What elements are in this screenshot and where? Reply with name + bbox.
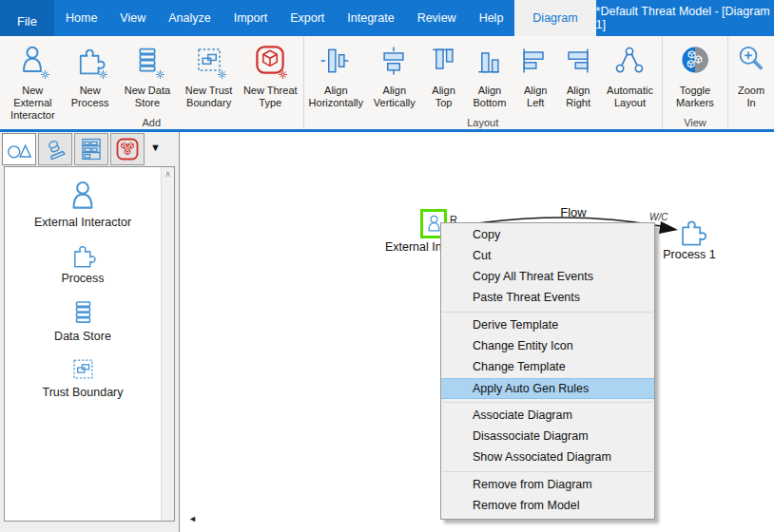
menu-bar: File Home View Analyze Import Export Int… <box>0 0 774 36</box>
trust-boundary-new-icon <box>191 44 227 84</box>
context-menu: Copy Cut Copy All Threat Events Paste Th… <box>440 222 655 520</box>
stencil-scrollbar[interactable]: ∧ <box>161 167 174 521</box>
menu-item-remove-from-model[interactable]: Remove from Model <box>441 496 654 517</box>
menu-item-associate-diagram[interactable]: Associate Diagram <box>441 406 654 427</box>
menu-item-analyze[interactable]: Analyze <box>157 0 222 36</box>
puzzle-icon <box>676 216 708 247</box>
data-store-icon <box>68 297 98 327</box>
align-top-icon <box>426 44 462 84</box>
align-left-icon <box>517 44 553 84</box>
menu-separator <box>442 471 653 472</box>
threat-type-new-icon <box>252 44 288 84</box>
chevron-down-icon[interactable]: ▼ <box>150 142 161 153</box>
menu-item-change-entity-icon[interactable]: Change Entity Icon <box>441 336 654 357</box>
sidebar-item-data-store[interactable]: Data Store <box>5 297 161 343</box>
align-left-button[interactable]: Align Left <box>514 42 556 111</box>
menu-item-integrate[interactable]: Integrate <box>336 0 405 36</box>
align-vertically-button[interactable]: Align Vertically <box>366 42 423 111</box>
puzzle-icon <box>69 241 97 269</box>
menu-item-disassociate-diagram[interactable]: Disassociate Diagram <box>441 427 654 447</box>
menu-item-copy[interactable]: Copy <box>441 225 654 246</box>
window-title: *Default Threat Model - [Diagram 1] <box>596 0 774 36</box>
tab-shapes[interactable] <box>2 133 36 165</box>
tab-stencil-library[interactable] <box>74 133 108 165</box>
new-process-button[interactable]: New Process <box>64 42 117 111</box>
zoom-in-icon <box>733 44 769 84</box>
new-external-interactor-button[interactable]: New External Interactor <box>2 42 64 124</box>
menu-item-diagram-active[interactable]: Diagram <box>514 0 595 36</box>
menu-separator <box>442 312 653 313</box>
stencil-sidebar: ▼ External Interactor Process Data Store <box>0 132 180 532</box>
stencil-panel: External Interactor Process Data Store T… <box>4 166 175 522</box>
ribbon-group-label-view: View <box>663 117 727 128</box>
align-bottom-icon <box>472 44 508 84</box>
align-horizontally-icon <box>318 44 354 84</box>
new-trust-boundary-button[interactable]: New Trust Boundary <box>178 42 240 111</box>
menu-item-home[interactable]: Home <box>54 0 108 36</box>
align-top-button[interactable]: Align Top <box>423 42 465 111</box>
flow-target-marker: W/C <box>649 212 668 222</box>
sidebar-item-process[interactable]: Process <box>5 241 161 285</box>
shelf-tab-icon <box>78 136 105 162</box>
automatic-layout-icon <box>612 44 648 84</box>
external-interactor-new-icon <box>14 44 50 84</box>
menu-item-review[interactable]: Review <box>406 0 468 36</box>
tab-stencils[interactable] <box>38 133 72 165</box>
person-icon <box>66 179 100 213</box>
trust-boundary-icon <box>69 355 97 383</box>
sidebar-item-trust-boundary[interactable]: Trust Boundary <box>5 355 161 399</box>
node-process-1[interactable] <box>676 216 708 247</box>
scroll-left-icon[interactable]: ◄ <box>188 514 197 523</box>
menu-item-help[interactable]: Help <box>468 0 515 36</box>
align-bottom-button[interactable]: Align Bottom <box>465 42 515 111</box>
process-new-icon <box>72 44 108 84</box>
file-menu-button[interactable]: File <box>0 0 54 36</box>
automatic-layout-button[interactable]: Automatic Layout <box>600 42 660 111</box>
ribbon-group-add: New External Interactor New Process New … <box>0 36 304 129</box>
new-threat-type-button[interactable]: New Threat Type <box>240 42 301 111</box>
align-right-button[interactable]: Align Right <box>556 42 600 111</box>
toggle-markers-button[interactable]: Toggle Markers <box>665 42 726 111</box>
new-data-store-button[interactable]: New Data Store <box>117 42 179 111</box>
menu-item-derive-template[interactable]: Derive Template <box>441 315 654 336</box>
menu-item-copy-all-threat-events[interactable]: Copy All Threat Events <box>441 267 654 288</box>
data-store-new-icon <box>129 44 165 84</box>
align-vertically-icon <box>377 44 413 84</box>
menu-item-cut[interactable]: Cut <box>441 246 654 267</box>
threat-modeling-tool-window: File Home View Analyze Import Export Int… <box>0 0 774 532</box>
menu-item-apply-auto-gen-rules[interactable]: Apply Auto Gen Rules <box>441 378 654 399</box>
stencil-tabstrip <box>2 133 145 165</box>
menu-tabs: Home View Analyze Import Export Integrat… <box>54 0 596 36</box>
stamp-tab-icon <box>42 136 68 162</box>
menu-item-show-associated-diagram[interactable]: Show Associated Diagram <box>441 447 654 468</box>
menu-separator <box>442 402 653 403</box>
menu-item-export[interactable]: Export <box>279 0 336 36</box>
ribbon-group-layout: Align Horizontally Align Vertically <box>304 36 663 129</box>
zoom-in-button[interactable]: Zoom In <box>730 42 772 111</box>
shapes-tab-icon <box>6 136 32 162</box>
ribbon-group-label-layout: Layout <box>304 117 662 128</box>
flow-label[interactable]: Flow <box>535 205 611 219</box>
align-right-icon <box>560 44 596 84</box>
ribbon-group-view: Toggle Markers View <box>663 36 728 129</box>
menu-item-remove-from-diagram[interactable]: Remove from Diagram <box>441 475 654 496</box>
menu-item-import[interactable]: Import <box>223 0 279 36</box>
menu-item-change-template[interactable]: Change Template <box>441 357 654 378</box>
menu-item-view[interactable]: View <box>108 0 157 36</box>
toggle-markers-icon <box>677 44 713 84</box>
main-area: ▼ External Interactor Process Data Store <box>0 132 774 532</box>
threats-tab-icon <box>114 136 141 162</box>
tab-threats[interactable] <box>110 133 145 165</box>
align-horizontally-button[interactable]: Align Horizontally <box>306 42 366 111</box>
scroll-up-icon[interactable]: ∧ <box>162 167 174 180</box>
ribbon-group-zoom: Zoom In <box>728 36 774 129</box>
ribbon-group-label-add: Add <box>0 117 303 128</box>
arrowhead-icon <box>659 221 678 234</box>
menu-item-paste-threat-events[interactable]: Paste Threat Events <box>441 288 654 309</box>
node-label-process-1: Process 1 <box>651 248 727 261</box>
ribbon-toolbar: New External Interactor New Process New … <box>0 36 774 132</box>
sidebar-item-external-interactor[interactable]: External Interactor <box>5 179 161 229</box>
